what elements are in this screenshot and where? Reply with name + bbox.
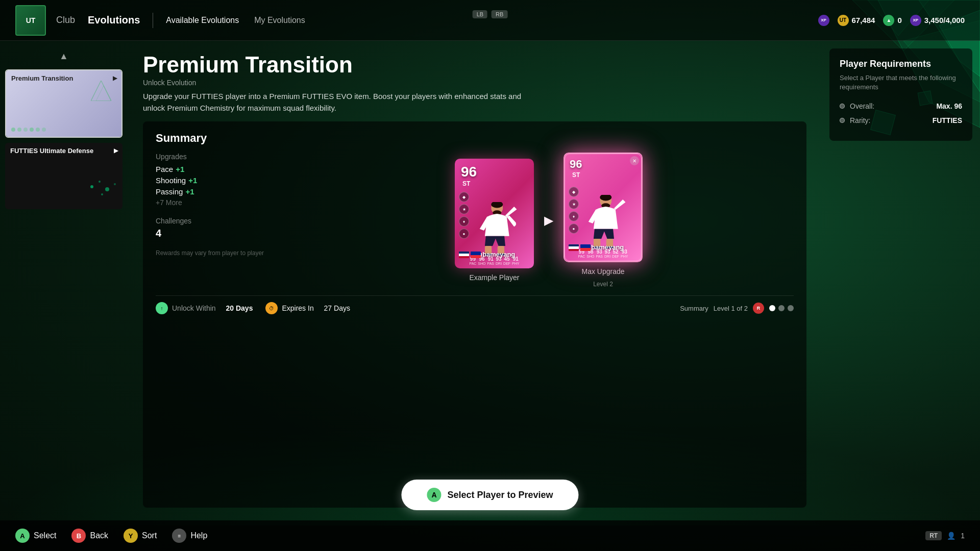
unlock-label: Unlock Evolution bbox=[143, 79, 806, 87]
max-upgrade-wrapper: ✕ 96 ST ◆ ★ ♦ ● bbox=[564, 153, 643, 288]
rewards-note: Rewards may vary from player to player bbox=[156, 249, 288, 257]
level-r-button[interactable]: R bbox=[753, 303, 764, 314]
select-btn[interactable]: A Select bbox=[15, 529, 56, 543]
unlock-within-value: 20 Days bbox=[226, 304, 253, 312]
menu-button-icon: ≡ bbox=[172, 529, 186, 543]
level-dot-1 bbox=[769, 305, 775, 311]
card-close-icon: ✕ bbox=[630, 156, 639, 165]
max-upgrade-label: Max Upgrade bbox=[581, 267, 624, 276]
nav-evolutions[interactable]: Evolutions bbox=[88, 14, 140, 26]
more-upgrades: +7 More bbox=[156, 198, 288, 207]
cta-container: A Select Player to Preview bbox=[401, 480, 578, 510]
summary-footer: ↑ Unlock Within 20 Days ⏱ Expires In 27 … bbox=[156, 295, 794, 314]
sidebar-item-futties-defense[interactable]: FUTTIES Ultimate Defense ▶ bbox=[5, 143, 122, 209]
svg-marker-9 bbox=[96, 86, 111, 101]
summary-panel: Summary Upgrades Pace+1 Shooting+1 Passi… bbox=[143, 121, 806, 508]
nav-divider bbox=[153, 13, 153, 28]
requirements-title: Player Requirements bbox=[840, 59, 962, 69]
max-card-position: ST bbox=[572, 171, 580, 179]
svg-point-13 bbox=[114, 183, 116, 185]
b-button-icon: B bbox=[71, 529, 86, 543]
req-key-rarity: Rarity: bbox=[850, 116, 927, 124]
challenges-count: 4 bbox=[156, 228, 288, 239]
requirement-rarity: Rarity: FUTTIES bbox=[840, 116, 962, 124]
xp-currency: XP bbox=[818, 15, 829, 26]
svg-point-14 bbox=[101, 193, 103, 195]
upgrades-label: Upgrades bbox=[156, 153, 288, 161]
req-key-overall: Overall: bbox=[850, 102, 931, 110]
sidebar-item-premium-transition[interactable]: Premium Transition ▶ bbox=[5, 69, 122, 138]
req-val-rarity: FUTTIES bbox=[933, 116, 962, 124]
level-dot-3 bbox=[788, 305, 794, 311]
upgrade-pace: Pace+1 bbox=[156, 165, 288, 173]
unlock-icon: ↑ bbox=[156, 302, 168, 314]
controller-hints-top: LB RB bbox=[473, 10, 508, 18]
lb-hint: LB bbox=[473, 10, 487, 18]
cta-a-icon: A bbox=[427, 488, 441, 502]
svg-point-11 bbox=[99, 181, 101, 183]
xp-progress-icon: XP bbox=[910, 15, 921, 26]
max-player-figure bbox=[573, 195, 634, 248]
level-of-label: Level 1 of 2 bbox=[714, 305, 748, 312]
sidebar-expand-icon-2: ▶ bbox=[114, 147, 118, 154]
summary-body: Upgrades Pace+1 Shooting+1 Passing+1 +7 … bbox=[156, 153, 794, 288]
player-cards-area: 96 ST ◆ ★ ♦ ● bbox=[304, 153, 794, 288]
sidebar-card-label-futties: FUTTIES Ultimate Defense bbox=[10, 147, 93, 155]
back-label: Back bbox=[90, 531, 108, 540]
nav-club[interactable]: Club bbox=[56, 15, 75, 26]
sidebar: ▲ Premium Transition ▶ bbox=[0, 41, 128, 520]
sidebar-scroll-up[interactable]: ▲ bbox=[5, 51, 122, 62]
xp-progress-item: XP 3,450/4,000 bbox=[910, 15, 965, 26]
upgrade-arrow: ▶ bbox=[544, 213, 553, 228]
example-player-figure bbox=[464, 202, 525, 256]
xp-progress-value: 3,450/4,000 bbox=[924, 16, 965, 24]
sort-btn[interactable]: Y Sort bbox=[124, 529, 157, 543]
summary-nav-label: Summary bbox=[680, 305, 708, 312]
expires-in-label: Expires In bbox=[282, 304, 313, 312]
pts-icon: ▲ bbox=[883, 15, 894, 26]
select-label: Select bbox=[34, 531, 56, 540]
player-count: 1 bbox=[961, 532, 965, 540]
requirements-panel: Player Requirements Select a Player that… bbox=[829, 48, 972, 141]
ut-coins-value: 67,484 bbox=[852, 16, 875, 24]
expires-in: ⏱ Expires In 27 Days bbox=[265, 302, 350, 314]
level-dot-2 bbox=[778, 305, 785, 311]
player-icon: 👤 bbox=[947, 532, 955, 540]
example-player-label: Example Player bbox=[469, 273, 519, 282]
evolution-header: Premium Transition Unlock Evolution Upgr… bbox=[143, 54, 806, 114]
example-card-rating: 96 bbox=[461, 165, 477, 179]
sidebar-expand-icon: ▶ bbox=[113, 74, 117, 82]
card-icon-1: ◆ bbox=[459, 192, 469, 202]
select-player-button[interactable]: A Select Player to Preview bbox=[401, 480, 578, 510]
summary-upgrades-section: Upgrades Pace+1 Shooting+1 Passing+1 +7 … bbox=[156, 153, 288, 288]
a-button-icon: A bbox=[15, 529, 30, 543]
example-card-position: ST bbox=[462, 180, 470, 187]
svg-point-12 bbox=[105, 187, 109, 191]
nav-available-evolutions[interactable]: Available Evolutions bbox=[166, 16, 239, 25]
ut-logo: UT bbox=[15, 5, 46, 36]
evolution-title: Premium Transition bbox=[143, 54, 806, 76]
xp-icon: XP bbox=[818, 15, 829, 26]
content-area: Premium Transition Unlock Evolution Upgr… bbox=[128, 41, 822, 520]
header: UT Club Evolutions Available Evolutions … bbox=[0, 0, 980, 41]
expires-icon: ⏱ bbox=[265, 302, 278, 314]
sidebar-card-label-premium: Premium Transition bbox=[11, 74, 73, 83]
main-layout: ▲ Premium Transition ▶ bbox=[0, 41, 980, 520]
upgrade-shooting: Shooting+1 bbox=[156, 176, 288, 185]
bottom-right: RT 👤 1 bbox=[925, 531, 965, 540]
max-upgrade-sublabel: Level 2 bbox=[593, 281, 613, 288]
max-card-rating: 96 bbox=[570, 159, 582, 170]
requirements-subtitle: Select a Player that meets the following… bbox=[840, 73, 962, 92]
nav-my-evolutions[interactable]: My Evolutions bbox=[254, 16, 305, 25]
req-dot-rarity bbox=[840, 118, 845, 123]
ut-coins-item: UT 67,484 bbox=[838, 15, 875, 26]
sort-label: Sort bbox=[142, 531, 157, 540]
cta-button-label: Select Player to Preview bbox=[447, 490, 553, 500]
upgrade-passing: Passing+1 bbox=[156, 187, 288, 196]
back-btn[interactable]: B Back bbox=[71, 529, 108, 543]
pts-value: 0 bbox=[897, 16, 901, 24]
y-button-icon: Y bbox=[124, 529, 138, 543]
help-btn[interactable]: ≡ Help bbox=[172, 529, 207, 543]
help-label: Help bbox=[190, 531, 207, 540]
expires-in-value: 27 Days bbox=[324, 304, 350, 312]
